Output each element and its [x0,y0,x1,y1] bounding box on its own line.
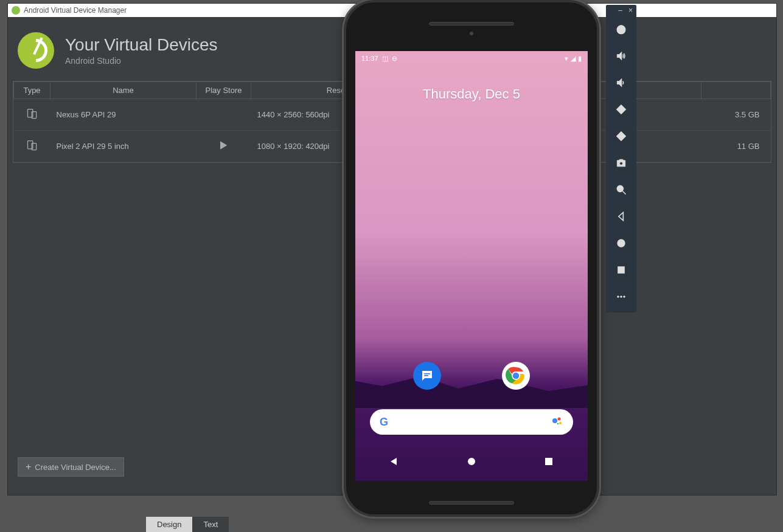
svg-point-24 [618,240,625,247]
battery-icon: ▮ [578,55,582,63]
more-button[interactable] [606,283,636,310]
col-name[interactable]: Name [50,82,197,99]
assistant-icon[interactable] [551,415,563,429]
device-screen[interactable]: 11:37 ◫ ⊖ ▾ ◢ ▮ Thursday, Dec 5 G [355,51,588,481]
toolbar-titlebar: – × [606,5,636,16]
svg-point-13 [468,458,475,465]
svg-rect-4 [424,373,430,375]
google-search-bar[interactable]: G [370,409,573,435]
svg-point-12 [557,423,559,425]
android-studio-icon [12,6,20,15]
android-studio-logo [18,32,54,69]
svg-point-27 [621,296,622,298]
device-size: 3.5 GB [701,99,771,131]
app-dock [355,362,588,390]
svg-rect-25 [618,267,624,273]
rotate-left-button[interactable] [606,96,636,123]
device-name: Pixel 2 API 29 5 inch [50,131,197,162]
chrome-app-icon[interactable] [502,362,530,390]
wifi-icon: ▾ [565,55,568,63]
emulator-device-frame: 11:37 ◫ ⊖ ▾ ◢ ▮ Thursday, Dec 5 G [344,0,599,517]
plus-icon: + [26,461,31,472]
col-size[interactable] [701,82,771,99]
nav-recent-button[interactable] [540,453,557,470]
svg-point-10 [558,418,561,421]
camera-icon [470,32,473,35]
col-type[interactable]: Type [14,82,50,99]
device-size: 11 GB [701,131,771,162]
dnd-icon: ⊖ [392,55,397,63]
status-bar[interactable]: 11:37 ◫ ⊖ ▾ ◢ ▮ [355,51,588,66]
svg-rect-14 [545,458,552,465]
speaker-top [429,22,514,26]
overview-button[interactable] [606,257,636,283]
close-button[interactable]: × [628,7,633,14]
svg-point-9 [552,418,557,423]
messages-app-icon[interactable] [413,362,441,390]
home-button[interactable] [606,230,636,257]
nav-back-button[interactable] [386,453,403,470]
vibrate-icon: ◫ [382,55,388,63]
tab-design[interactable]: Design [146,517,192,532]
svg-point-19 [620,162,623,165]
statusbar-time: 11:37 [361,55,378,62]
svg-point-11 [559,422,562,424]
svg-line-21 [623,192,626,195]
svg-point-28 [624,296,625,298]
back-button[interactable] [606,203,636,230]
speaker-bottom [429,501,514,505]
google-logo-icon: G [380,416,388,429]
page-title: Your Virtual Devices [65,35,218,55]
tab-text[interactable]: Text [192,517,229,532]
emulator-toolbar: – × [606,5,636,313]
nav-bar [355,453,588,470]
device-name: Nexus 6P API 29 [50,99,197,131]
play-store-icon [197,131,251,162]
signal-icon: ◢ [571,55,576,63]
power-button[interactable] [606,16,636,43]
device-icon [25,139,40,151]
minimize-button[interactable]: – [618,7,622,14]
page-subtitle: Android Studio [65,56,218,66]
svg-point-26 [618,296,619,298]
nav-home-button[interactable] [463,453,480,470]
window-title: Android Virtual Device Manager [24,6,127,15]
home-date[interactable]: Thursday, Dec 5 [355,86,588,102]
play-store-cell [197,99,251,131]
screenshot-button[interactable] [606,150,636,176]
svg-rect-5 [424,375,428,376]
zoom-button[interactable] [606,176,636,203]
statusbar-right: ▾ ◢ ▮ [565,55,582,63]
col-playstore[interactable]: Play Store [197,82,251,99]
svg-rect-18 [617,132,625,140]
device-icon [25,108,40,120]
volume-up-button[interactable] [606,43,636,69]
footer-tabs: Design Text [146,517,229,532]
volume-down-button[interactable] [606,69,636,96]
create-virtual-device-button[interactable]: + Create Virtual Device... [18,457,124,477]
rotate-right-button[interactable] [606,123,636,150]
svg-rect-17 [617,105,625,114]
